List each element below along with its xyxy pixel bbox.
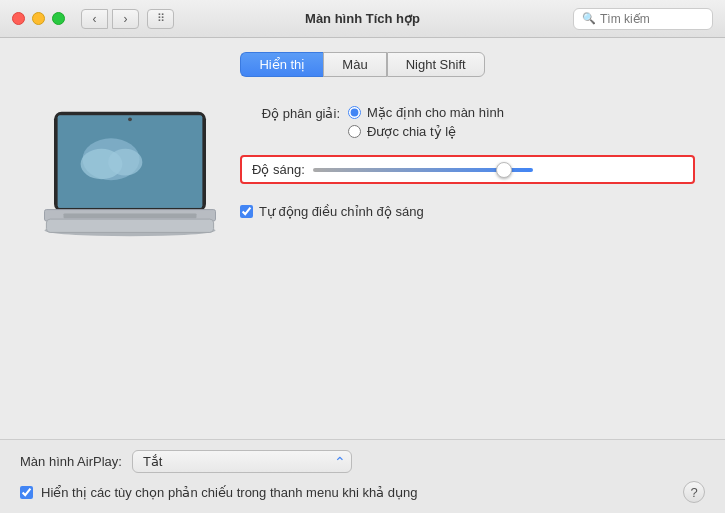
- resolution-label-1: Mặc định cho màn hình: [367, 105, 504, 120]
- resolution-controls: Mặc định cho màn hình Được chia tỷ lệ: [348, 105, 504, 139]
- brightness-row: Độ sáng:: [240, 155, 695, 184]
- brightness-label: Độ sáng:: [252, 162, 305, 177]
- resolution-label: Độ phân giải:: [240, 105, 340, 121]
- auto-brightness-checkbox[interactable]: [240, 205, 253, 218]
- back-button[interactable]: ‹: [81, 9, 108, 29]
- back-icon: ‹: [93, 12, 97, 26]
- window-title: Màn hình Tích hợp: [305, 11, 420, 26]
- resolution-radio-2[interactable]: [348, 125, 361, 138]
- search-input[interactable]: [600, 12, 704, 26]
- options-area: Độ phân giải: Mặc định cho màn hình Được…: [240, 97, 695, 429]
- svg-rect-10: [46, 219, 213, 232]
- traffic-lights: [12, 12, 65, 25]
- svg-point-5: [108, 149, 142, 176]
- resolution-label-2: Được chia tỷ lệ: [367, 124, 456, 139]
- help-button[interactable]: ?: [683, 481, 705, 503]
- laptop-preview: [20, 97, 240, 429]
- grid-icon: ⠿: [157, 12, 165, 25]
- close-button[interactable]: [12, 12, 25, 25]
- forward-icon: ›: [124, 12, 128, 26]
- airplay-select-wrapper: Tắt ⌃: [132, 450, 352, 473]
- mirror-row: Hiển thị các tùy chọn phản chiếu trong t…: [20, 485, 417, 500]
- svg-point-6: [128, 117, 132, 121]
- tab-night-shift[interactable]: Night Shift: [387, 52, 485, 77]
- resolution-option-1: Mặc định cho màn hình: [348, 105, 504, 120]
- nav-buttons: ‹ ›: [81, 9, 139, 29]
- airplay-row: Màn hình AirPlay: Tắt ⌃: [20, 450, 705, 473]
- auto-brightness-label: Tự động điều chỉnh độ sáng: [259, 204, 424, 219]
- settings-panel: Độ phân giải: Mặc định cho màn hình Được…: [0, 87, 725, 439]
- bottom-row: Hiển thị các tùy chọn phản chiếu trong t…: [20, 481, 705, 503]
- grid-button[interactable]: ⠿: [147, 9, 174, 29]
- search-box[interactable]: 🔍: [573, 8, 713, 30]
- maximize-button[interactable]: [52, 12, 65, 25]
- resolution-radio-1[interactable]: [348, 106, 361, 119]
- airplay-label: Màn hình AirPlay:: [20, 454, 122, 469]
- tab-hien-thi[interactable]: Hiển thị: [240, 52, 323, 77]
- airplay-select[interactable]: Tắt: [132, 450, 352, 473]
- tab-mau[interactable]: Màu: [323, 52, 386, 77]
- resolution-row: Độ phân giải: Mặc định cho màn hình Được…: [240, 105, 695, 139]
- resolution-option-2: Được chia tỷ lệ: [348, 124, 504, 139]
- bottom-bar: Màn hình AirPlay: Tắt ⌃ Hiển thị các tùy…: [0, 439, 725, 513]
- titlebar: ‹ › ⠿ Màn hình Tích hợp 🔍: [0, 0, 725, 38]
- tab-bar: Hiển thị Màu Night Shift: [0, 38, 725, 87]
- search-icon: 🔍: [582, 12, 596, 25]
- minimize-button[interactable]: [32, 12, 45, 25]
- svg-rect-8: [64, 213, 197, 218]
- mirror-label: Hiển thị các tùy chọn phản chiếu trong t…: [41, 485, 417, 500]
- auto-brightness-row: Tự động điều chỉnh độ sáng: [240, 204, 695, 219]
- forward-button[interactable]: ›: [112, 9, 139, 29]
- brightness-slider[interactable]: [313, 168, 533, 172]
- laptop-image: [35, 107, 225, 240]
- main-content: Hiển thị Màu Night Shift: [0, 38, 725, 513]
- mirror-checkbox[interactable]: [20, 486, 33, 499]
